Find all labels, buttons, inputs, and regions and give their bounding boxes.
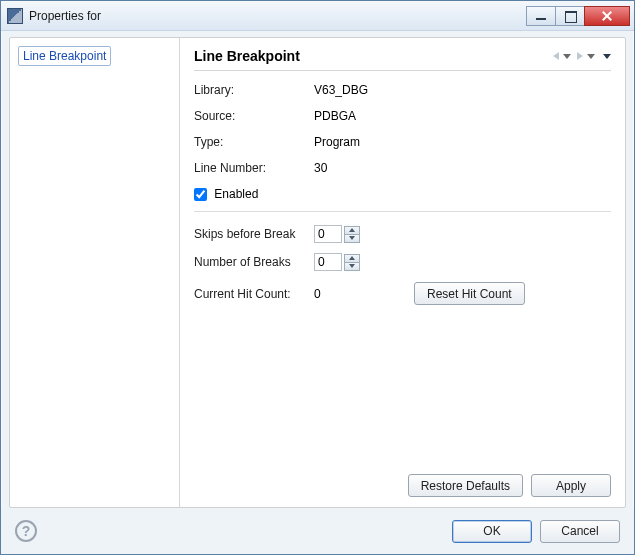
skips-spinner (314, 224, 360, 244)
close-button[interactable] (584, 6, 630, 26)
library-label: Library: (194, 83, 314, 97)
line-number-value: 30 (314, 161, 327, 175)
dialog-content: Line Breakpoint Line Breakpoint (9, 37, 626, 508)
source-label: Source: (194, 109, 314, 123)
apply-button[interactable]: Apply (531, 474, 611, 497)
enabled-checkbox[interactable] (194, 188, 207, 201)
breaks-label: Number of Breaks (194, 255, 314, 269)
line-number-label: Line Number: (194, 161, 314, 175)
restore-defaults-button[interactable]: Restore Defaults (408, 474, 523, 497)
back-button[interactable] (553, 52, 571, 60)
type-value: Program (314, 135, 360, 149)
arrow-left-icon (553, 52, 559, 60)
window-title: Properties for (29, 9, 526, 23)
maximize-button[interactable] (555, 6, 585, 26)
breakpoint-form: Library: V63_DBG Source: PDBGA Type: Pro… (194, 71, 611, 313)
hit-count-label: Current Hit Count: (194, 287, 314, 301)
source-value: PDBGA (314, 109, 356, 123)
panel-footer: Restore Defaults Apply (194, 466, 611, 497)
category-tree: Line Breakpoint (10, 38, 180, 507)
chevron-down-icon (563, 54, 571, 59)
breaks-input[interactable] (314, 253, 342, 271)
app-icon (7, 8, 23, 24)
dialog-footer: ? OK Cancel (1, 508, 634, 554)
type-label: Type: (194, 135, 314, 149)
properties-dialog: Properties for Line Breakpoint Line Brea… (0, 0, 635, 555)
chevron-down-icon (587, 54, 595, 59)
nav-item-line-breakpoint[interactable]: Line Breakpoint (18, 46, 111, 66)
cancel-button[interactable]: Cancel (540, 520, 620, 543)
window-controls (526, 6, 630, 26)
reset-hit-count-button[interactable]: Reset Hit Count (414, 282, 525, 305)
skips-decrement-button[interactable] (344, 234, 360, 243)
title-bar: Properties for (1, 1, 634, 31)
panel-title: Line Breakpoint (194, 48, 553, 64)
ok-button[interactable]: OK (452, 520, 532, 543)
breaks-decrement-button[interactable] (344, 262, 360, 271)
panel-menu-button[interactable] (601, 54, 611, 59)
minimize-button[interactable] (526, 6, 556, 26)
panel-header: Line Breakpoint (194, 48, 611, 71)
skips-input[interactable] (314, 225, 342, 243)
chevron-down-icon (603, 54, 611, 59)
help-icon[interactable]: ? (15, 520, 37, 542)
panel-nav-arrows (553, 52, 611, 60)
library-value: V63_DBG (314, 83, 368, 97)
settings-panel: Line Breakpoint L (180, 38, 625, 507)
arrow-right-icon (577, 52, 583, 60)
breaks-spinner (314, 252, 360, 272)
hit-count-value: 0 (314, 287, 354, 301)
forward-button[interactable] (577, 52, 595, 60)
enabled-label: Enabled (214, 187, 258, 201)
enabled-checkbox-row[interactable]: Enabled (194, 187, 258, 201)
skips-label: Skips before Break (194, 227, 314, 241)
separator (194, 211, 611, 212)
